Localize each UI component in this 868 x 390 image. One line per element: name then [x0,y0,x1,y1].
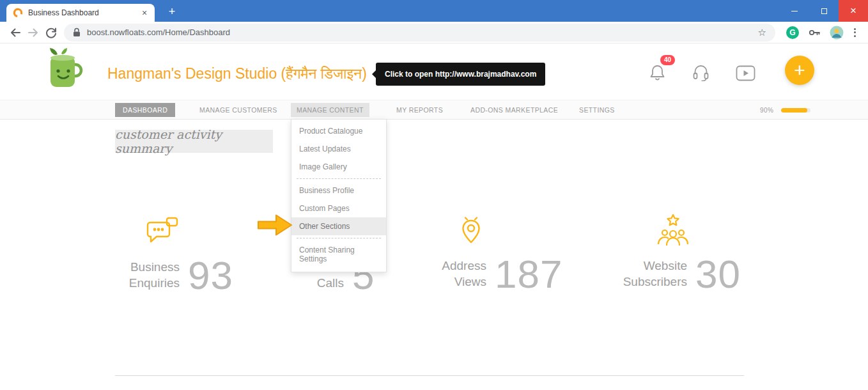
menu-item-product-catalogue[interactable]: Product Catalogue [291,122,386,140]
stat-label-line: Subscribers [623,274,687,290]
content-divider [115,375,744,376]
window-minimize-button[interactable] [780,0,809,22]
tab-title: Business Dashboard [28,8,139,17]
add-content-button[interactable]: + [785,56,814,85]
browser-tab[interactable]: Business Dashboard × [6,4,155,22]
video-play-icon [736,65,756,81]
manage-content-menu: Product Catalogue Latest Updates Image G… [291,119,387,272]
stat-label-line: Website [644,258,687,274]
nav-tab-manage-customers[interactable]: MANAGE CUSTOMERS [194,103,283,117]
menu-item-content-sharing-settings[interactable]: Content Sharing Settings [291,241,386,268]
maximize-icon [821,8,827,14]
nav-tab-my-reports[interactable]: MY REPORTS [391,103,449,117]
bookmark-star-icon[interactable]: ☆ [758,27,766,38]
highlight-arrow-icon [256,212,293,240]
section-title: customer activity summary [115,130,273,153]
menu-item-latest-updates[interactable]: Latest Updates [291,140,386,158]
profile-avatar[interactable] [830,26,844,40]
site-favicon-icon [13,8,23,18]
site-header: Hangman's Design Studio (हैंगमैन डिजाइन)… [0,43,868,100]
stat-label-line: Calls [317,276,344,292]
nav-tab-manage-content[interactable]: MANAGE CONTENT [291,103,369,117]
tooltip-text: Click to open http://www.brajmadhav.com [385,70,536,79]
headset-icon [692,64,709,81]
menu-item-business-profile[interactable]: Business Profile [291,182,386,199]
stat-value: 187 [495,254,562,294]
window-maximize-button[interactable] [809,0,839,22]
browser-menu-icon[interactable] [854,28,856,37]
map-pin-icon [454,215,488,251]
menu-divider [297,178,381,179]
refresh-icon [45,26,58,39]
window-close-button[interactable]: × [839,0,868,22]
new-tab-button[interactable]: + [164,4,180,20]
nav-tab-settings[interactable]: SETTINGS [573,103,621,117]
url-text[interactable]: boost.nowfloats.com/Home/Dashboard [87,27,758,37]
menu-item-custom-pages[interactable]: Custom Pages [291,199,386,217]
lock-icon [73,27,81,37]
profile-completion-bar [781,108,810,113]
notifications-button[interactable] [649,64,665,84]
tab-close-icon[interactable]: × [139,8,150,18]
stat-value: 93 [188,256,233,295]
menu-item-image-gallery[interactable]: Image Gallery [291,158,386,176]
stat-value: 30 [695,254,741,294]
refresh-button[interactable] [42,24,60,42]
forward-button[interactable] [24,24,42,42]
business-name-link[interactable]: Hangman's Design Studio (हैंगमैन डिजाइन) [107,65,367,82]
menu-item-other-sections[interactable]: Other Sections [291,217,386,235]
subscribers-star-icon [656,214,690,251]
open-site-tooltip: Click to open http://www.brajmadhav.com [376,63,545,86]
nav-tab-addons-marketplace[interactable]: ADD-ONS MARKETPLACE [465,103,564,117]
stat-website-subscribers: Website Subscribers 30 [575,254,741,294]
back-icon [9,26,22,39]
tutorial-video-button[interactable] [736,65,756,84]
browser-chrome: Business Dashboard × + × boost.nowfloats… [0,0,868,43]
bell-icon [649,64,665,81]
nav-tab-dashboard[interactable]: DASHBOARD [115,103,175,117]
business-logo[interactable] [40,47,88,96]
grammarly-extension-icon[interactable]: G [786,26,799,39]
main-nav: DASHBOARD MANAGE CUSTOMERS MANAGE CONTEN… [0,100,868,120]
back-button[interactable] [6,24,24,42]
menu-divider [297,238,381,238]
forward-icon [27,26,40,39]
browser-toolbar: boost.nowfloats.com/Home/Dashboard ☆ G [0,22,868,43]
stat-label-line: Business [130,260,180,276]
stat-business-enquiries: Business Enquiries 93 [102,256,256,295]
chat-bubbles-icon [146,216,180,249]
support-button[interactable] [692,64,709,84]
stat-label-line: Address [442,258,486,274]
minimize-icon [791,11,798,12]
browser-titlebar: Business Dashboard × + × [0,0,868,22]
notification-count-badge: 40 [660,55,675,65]
profile-completion-fill [781,108,807,113]
key-extension-icon[interactable] [807,26,821,40]
window-controls: × [780,0,868,22]
stat-label-line: Views [454,274,486,290]
stat-address-views: Address Views 187 [409,254,588,294]
tooltip-caret [372,70,376,78]
address-bar[interactable]: boost.nowfloats.com/Home/Dashboard ☆ [64,24,775,42]
stat-label-line: Enquiries [129,276,180,292]
profile-completion-percent: 90% [760,107,773,114]
